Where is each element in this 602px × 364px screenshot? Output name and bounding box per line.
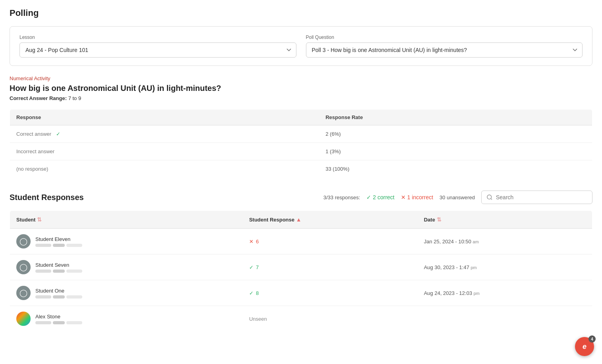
response-label: Correct answer ✓	[10, 125, 319, 143]
student-name: Student One	[35, 288, 82, 294]
avatar	[16, 312, 31, 326]
avatar: ◯	[16, 234, 31, 248]
student-response-cell: ✓ 7	[243, 254, 418, 280]
svg-point-0	[487, 195, 492, 199]
section-title: Student Responses	[10, 193, 84, 202]
meta-pill	[66, 295, 82, 299]
meta-pill	[53, 244, 65, 247]
response-rate: 1 (3%)	[319, 143, 592, 160]
student-meta	[35, 270, 82, 273]
responses-summary: 3/33 responses: ✓ 2 correct ✕ 1 incorrec…	[323, 191, 592, 204]
student-cell: Alex Stone	[10, 306, 243, 332]
chat-badge: 4	[588, 335, 596, 340]
response-sort-icon[interactable]: ▲	[296, 216, 302, 223]
student-info: Student One	[35, 288, 82, 299]
filter-row: Lesson Aug 24 - Pop Culture 101 Poll Que…	[19, 35, 583, 58]
date-text: Aug 24, 2023 - 12:03 pm	[424, 290, 480, 296]
student-meta	[35, 321, 82, 324]
response-label: Incorrect answer	[10, 143, 319, 160]
check-icon: ✓	[249, 290, 254, 296]
avatar: ◯	[16, 286, 31, 300]
summary-unanswered: 30 unanswered	[439, 195, 475, 200]
svg-line-1	[491, 198, 492, 200]
correct-range-value: 7 to 9	[68, 95, 81, 101]
check-icon: ✓	[366, 194, 371, 200]
lesson-filter-group: Lesson Aug 24 - Pop Culture 101	[19, 35, 296, 58]
student-cell: ◯ Student One	[10, 280, 243, 306]
student-response-cell: Unseen	[243, 306, 418, 332]
question-title: How big is one Astronomical Unit (AU) in…	[10, 84, 592, 93]
meta-pill	[53, 295, 65, 299]
meta-pill	[53, 321, 65, 324]
response-col-header-student: Student Response ▲	[243, 211, 418, 229]
student-name: Student Seven	[35, 262, 82, 268]
activity-type: Numerical Activity	[10, 75, 592, 81]
student-table: Student ⇅ Student Response ▲ Date ⇅ ◯ St…	[10, 210, 592, 332]
poll-label: Poll Question	[306, 35, 583, 40]
date-text: Jan 25, 2024 - 10:50 am	[424, 239, 479, 245]
meta-pill	[66, 321, 82, 324]
poll-select[interactable]: Poll 3 - How big is one Astronomical Uni…	[306, 42, 583, 58]
search-icon	[486, 194, 493, 200]
correct-range-label: Correct Answer Range:	[10, 95, 67, 101]
correct-response: ✓ 8	[249, 290, 411, 296]
table-row: Alex Stone Unseen	[10, 306, 592, 332]
student-cell: ◯ Student Eleven	[10, 229, 243, 254]
filter-card: Lesson Aug 24 - Pop Culture 101 Poll Que…	[10, 26, 592, 66]
summary-text: 3/33 responses:	[323, 195, 360, 200]
student-info: Student Eleven	[35, 236, 82, 247]
student-info-cell: ◯ Student Eleven	[16, 234, 236, 248]
student-info-cell: Alex Stone	[16, 312, 236, 326]
response-label: (no response)	[10, 160, 319, 178]
incorrect-response: ✕ 6	[249, 239, 411, 245]
poll-filter-group: Poll Question Poll 3 - How big is one As…	[306, 35, 583, 58]
response-rate: 33 (100%)	[319, 160, 592, 178]
student-response-cell: ✕ 6	[243, 229, 418, 254]
lesson-label: Lesson	[19, 35, 296, 40]
x-icon: ✕	[249, 239, 254, 245]
meta-pill	[35, 270, 51, 273]
table-row: Incorrect answer 1 (3%)	[10, 143, 592, 160]
student-meta	[35, 244, 82, 247]
page-title: Polling	[10, 8, 592, 18]
x-icon: ✕	[401, 194, 406, 200]
student-meta	[35, 295, 82, 299]
student-info-cell: ◯ Student One	[16, 286, 236, 300]
response-rate-col-header: Response Rate	[319, 110, 592, 125]
table-row: Correct answer ✓ 2 (6%)	[10, 125, 592, 143]
date-ampm: am	[473, 239, 479, 244]
student-name: Student Eleven	[35, 236, 82, 242]
date-ampm: pm	[474, 291, 480, 296]
unseen-response: Unseen	[249, 316, 267, 322]
date-ampm: pm	[471, 265, 477, 270]
lesson-select[interactable]: Aug 24 - Pop Culture 101	[19, 42, 296, 58]
student-date-cell	[418, 306, 592, 332]
search-input[interactable]	[496, 194, 587, 200]
meta-pill	[35, 244, 51, 247]
user-icon: ◯	[19, 263, 27, 272]
student-info: Alex Stone	[35, 314, 82, 324]
student-info-cell: ◯ Student Seven	[16, 260, 236, 274]
user-icon: ◯	[19, 289, 27, 297]
table-row: ◯ Student Seven ✓ 7 Aug 30, 2023 - 1:47 …	[10, 254, 592, 280]
date-text: Aug 30, 2023 - 1:47 pm	[424, 264, 477, 270]
student-response-cell: ✓ 8	[243, 280, 418, 306]
meta-pill	[35, 295, 51, 299]
student-col-header: Student ⇅	[10, 211, 243, 229]
table-row: (no response) 33 (100%)	[10, 160, 592, 178]
chat-bubble[interactable]: e 4	[575, 337, 594, 340]
meta-pill	[66, 270, 82, 273]
correct-range: Correct Answer Range: 7 to 9	[10, 95, 592, 101]
table-row: ◯ Student One ✓ 8 Aug 24, 2023 - 12:03 p…	[10, 280, 592, 306]
student-sort-icon[interactable]: ⇅	[37, 216, 42, 223]
response-col-header: Response	[10, 110, 319, 125]
date-col-header: Date ⇅	[418, 211, 592, 229]
avatar: ◯	[16, 260, 31, 274]
student-date-cell: Aug 24, 2023 - 12:03 pm	[418, 280, 592, 306]
search-box[interactable]	[481, 191, 592, 204]
check-icon: ✓	[249, 264, 254, 270]
correct-count: 2 correct	[373, 194, 394, 200]
correct-response: ✓ 7	[249, 264, 411, 270]
date-sort-icon[interactable]: ⇅	[437, 216, 441, 223]
meta-pill	[53, 270, 65, 273]
